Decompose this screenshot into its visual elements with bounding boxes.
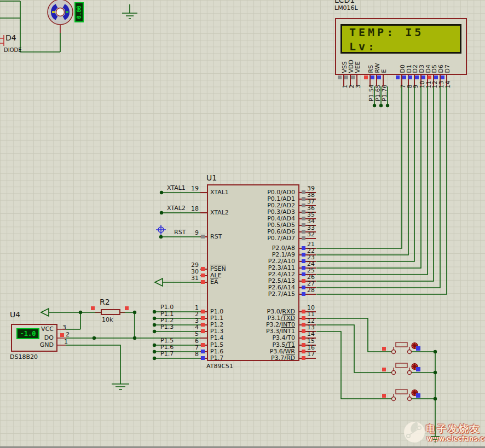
pin-state-square (408, 75, 412, 79)
pin-number: 32 (307, 231, 324, 238)
ground-symbol (112, 384, 129, 389)
resistor-body[interactable] (101, 309, 120, 315)
pin-number: 2 (66, 331, 70, 338)
pin-name: D0 (400, 54, 406, 73)
button-actuator (396, 389, 407, 394)
motor-symbol[interactable] (48, 0, 73, 25)
terminal-arrow-icon (41, 309, 49, 316)
pin-name: GND (32, 342, 54, 348)
pin-label-text: P3.4/T0 (272, 334, 295, 341)
ground-symbol (122, 4, 137, 19)
pin-state-square (302, 279, 305, 283)
terminal-arrow-icon (155, 278, 163, 286)
wire-net-label: P1.3 (160, 324, 174, 330)
pin-state-square (302, 272, 305, 276)
pin-state-square (302, 350, 305, 353)
pin-state-square (302, 310, 305, 313)
diode-ref: D4 (5, 34, 16, 42)
pin-state-square (60, 333, 64, 337)
pin-number: 28 (307, 287, 324, 294)
pin-state-square (302, 329, 305, 333)
pin-name: VSS (342, 54, 348, 73)
wire-net-label: P1.7 (382, 85, 388, 102)
button-terminal (392, 397, 396, 401)
pin-state-square (302, 259, 305, 263)
pin-state-square (302, 286, 305, 289)
pin-state-square (302, 236, 305, 240)
pin-number: 8 (181, 351, 199, 358)
mcu-part: AT89C51 (206, 363, 233, 370)
lcd-ref: LCD1 (334, 0, 355, 4)
pin-state-square (302, 223, 305, 227)
pin-state-square (302, 316, 305, 320)
pin-state-square (382, 368, 386, 371)
pin-name: DQ (32, 335, 54, 341)
pin-state-square (428, 75, 431, 79)
motor-brush-green (66, 11, 68, 13)
pin-state-square (302, 246, 305, 250)
pin-number: 31 (181, 275, 199, 282)
sensor-part: DS18B20 (10, 354, 38, 360)
component-pins (57, 25, 125, 345)
pin-state-square (441, 75, 444, 79)
pin-state-square (371, 75, 374, 79)
pin-state-square (302, 197, 305, 201)
lcd-part: LM016L (334, 5, 358, 11)
pin-label: P3.7/RD (230, 355, 295, 362)
pin-state-square (415, 75, 419, 79)
mcu-ref: U1 (206, 174, 217, 182)
pin-label-text: P0.7/AD7 (267, 235, 295, 242)
pin-state-square (434, 75, 438, 79)
pin-name: VDD (348, 54, 354, 73)
button-terminal (392, 350, 396, 354)
wire-net-label: RST (174, 229, 186, 236)
pin-state-square (302, 323, 305, 327)
pin-state-square (201, 356, 205, 360)
pin-state-square (201, 343, 205, 347)
pin-label: P1.4 (210, 335, 223, 341)
pin-state-square (338, 75, 342, 79)
pin-label: P0.7/AD7 (230, 235, 295, 242)
pin-label: XTAL2 (210, 210, 229, 216)
pin-state-square (201, 310, 205, 313)
pin-state-square (377, 75, 381, 79)
schematic-canvas: 电子发烧友 www.elecfans.com (0, 0, 485, 448)
pin-number: 17 (307, 351, 324, 358)
pin-state-square (201, 274, 205, 277)
pin-state-square (201, 235, 205, 238)
pin-label-overlined: EA (210, 278, 218, 286)
p2-lcd-bus-wires (316, 86, 447, 294)
pin-state-square (402, 75, 406, 79)
pin-state-square (302, 253, 305, 257)
pin-state-square (382, 394, 386, 398)
wire-net-label: P1.5 (368, 85, 374, 102)
lcd-text-line2: Lv: (349, 40, 377, 53)
pin-number: 5 (181, 331, 199, 338)
pin-state-square (302, 292, 305, 296)
lcd-text-line1: TEMP: I5 (349, 26, 424, 39)
pin-label-overlined: RD (286, 354, 295, 362)
wire-net-label: P1.6 (375, 85, 381, 102)
pin-label-text: XTAL2 (210, 209, 229, 216)
motor-rpm-value: 0.00 (76, 3, 82, 22)
pin-state-square (416, 367, 420, 371)
pin-stub (200, 338, 207, 339)
pin-name: D7 (444, 54, 451, 73)
pin-label: P3.4/T0 (230, 335, 295, 341)
button-terminal (408, 350, 412, 354)
sensor-ref: U4 (10, 311, 20, 319)
button-terminal (408, 397, 412, 401)
pin-stub (200, 192, 207, 193)
pin-label: P1.7 (210, 355, 223, 362)
pin-name: RW (374, 54, 380, 73)
pin-label: XTAL1 (210, 189, 229, 196)
pin-state-square (201, 323, 205, 327)
pin-name: D6 (438, 54, 444, 73)
pin-state-square (302, 230, 305, 234)
motor-shaft (56, 8, 65, 16)
pin-name: VCC (32, 326, 54, 333)
diode-fragment-icon (0, 35, 4, 46)
pin-state-square (302, 190, 305, 194)
pin-state-square (302, 356, 305, 360)
pin-state-square (302, 343, 305, 347)
